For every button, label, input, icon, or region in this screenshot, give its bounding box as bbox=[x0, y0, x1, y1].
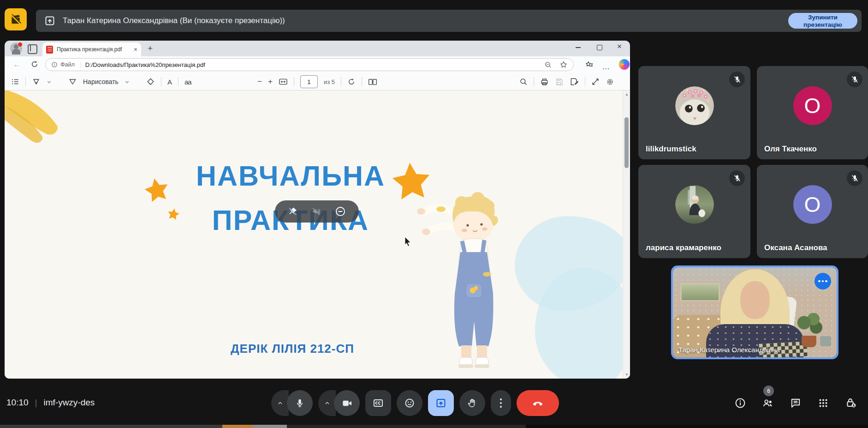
people-icon[interactable] bbox=[762, 397, 774, 409]
unpin-icon[interactable] bbox=[288, 206, 298, 217]
participant-tile-lilikdrumstick[interactable]: lilikdrumstick bbox=[638, 66, 750, 159]
wall-picture bbox=[680, 283, 720, 301]
translate-icon[interactable]: аа bbox=[184, 78, 191, 86]
draw-pen-icon[interactable] bbox=[68, 78, 77, 86]
copilot-icon[interactable] bbox=[619, 59, 630, 70]
self-name-label: Таран Катерина Олександрівна bbox=[678, 346, 780, 354]
meeting-code: imf-ywzy-des bbox=[43, 398, 95, 408]
draw-label[interactable]: Нарисовать bbox=[83, 78, 119, 85]
participants-count-badge: 6 bbox=[763, 386, 774, 396]
window-close-button[interactable]: × bbox=[617, 42, 622, 51]
clock-time: 10:10 bbox=[6, 398, 29, 408]
zoom-out-icon[interactable]: − bbox=[257, 77, 262, 86]
url-scheme-label: Файл bbox=[60, 61, 75, 68]
pdf-toolbar: Нарисовать A аа − + из 5 bbox=[5, 73, 630, 90]
taskbar-segment bbox=[0, 425, 222, 428]
read-aloud-icon[interactable]: A bbox=[167, 78, 172, 86]
self-view-options-button[interactable] bbox=[814, 273, 831, 289]
minimize-overlay-icon[interactable] bbox=[335, 206, 346, 217]
browser-menu-icon[interactable]: … bbox=[602, 63, 610, 71]
chevron-down-icon[interactable] bbox=[47, 79, 52, 84]
eraser-icon[interactable] bbox=[146, 78, 155, 86]
highlighter-icon[interactable] bbox=[32, 78, 41, 86]
more-options-button[interactable] bbox=[491, 390, 511, 416]
self-video: Таран Катерина Олександрівна bbox=[673, 267, 837, 357]
browser-profile-avatar[interactable] bbox=[10, 42, 22, 54]
print-icon[interactable] bbox=[540, 78, 549, 86]
tab-close-icon[interactable]: × bbox=[134, 46, 137, 53]
fullscreen-icon[interactable] bbox=[591, 78, 600, 86]
save-as-icon[interactable] bbox=[570, 77, 579, 86]
zoom-out-page-icon[interactable] bbox=[544, 61, 552, 69]
window-maximize-button[interactable] bbox=[597, 45, 602, 50]
participant-tile-oksana-asanova[interactable]: O Оксана Асанова bbox=[757, 165, 868, 258]
scroll-down-icon[interactable]: ▼ bbox=[623, 373, 630, 377]
participant-name: Оля Ткаченко bbox=[764, 145, 817, 154]
end-call-button[interactable] bbox=[517, 390, 559, 416]
clapperboard-off-icon bbox=[10, 13, 22, 25]
person-face bbox=[740, 281, 770, 319]
present-button-active[interactable] bbox=[428, 390, 454, 416]
chevron-down-icon[interactable] bbox=[125, 79, 130, 84]
audio-off-icon[interactable] bbox=[311, 206, 321, 217]
gear-icon[interactable] bbox=[606, 78, 614, 86]
camera-button[interactable] bbox=[334, 390, 360, 416]
taskbar-segment bbox=[287, 425, 526, 428]
browser-tab-strip: Практика презентація.pdf × + × bbox=[5, 41, 630, 56]
share-preview-overlay bbox=[275, 200, 359, 223]
table-of-contents-icon[interactable] bbox=[11, 78, 19, 86]
zoom-in-icon[interactable]: + bbox=[268, 77, 273, 86]
browser-address-row: ← Файл D:/Downloads/Практика%20презентац… bbox=[5, 56, 630, 73]
avatar-initial: O bbox=[793, 86, 832, 125]
stop-presentation-button[interactable]: Зупинити презентацію bbox=[788, 13, 857, 29]
apps-grid-icon[interactable] bbox=[817, 397, 829, 409]
search-icon[interactable] bbox=[519, 78, 528, 86]
plant-leaves bbox=[796, 313, 823, 337]
profile-head-icon bbox=[14, 44, 18, 49]
slide-subtitle: ДЕРІК ЛІЛІЯ 212-СП bbox=[200, 342, 385, 356]
back-button[interactable]: ← bbox=[13, 60, 22, 69]
page-number-input[interactable] bbox=[300, 75, 318, 88]
page-view-icon[interactable] bbox=[368, 78, 377, 86]
reactions-button[interactable] bbox=[397, 390, 422, 416]
page-info-icon[interactable] bbox=[51, 61, 58, 68]
participant-tile-larysa-kramarenko[interactable]: лариса крамаренко bbox=[638, 165, 750, 258]
chat-icon[interactable] bbox=[790, 397, 802, 409]
recording-off-button[interactable] bbox=[5, 8, 27, 30]
scroll-up-icon[interactable]: ▲ bbox=[623, 92, 630, 96]
refresh-button[interactable] bbox=[30, 60, 40, 69]
tab-pdf[interactable]: Практика презентація.pdf × bbox=[42, 42, 141, 56]
page-total-label: из 5 bbox=[324, 78, 335, 85]
captions-button[interactable] bbox=[365, 390, 391, 416]
favorites-list-icon[interactable] bbox=[585, 60, 594, 69]
divider: | bbox=[35, 398, 37, 408]
shared-browser-window: Практика презентація.pdf × + × ← Файл D:… bbox=[5, 41, 630, 379]
taskbar-active-app bbox=[222, 425, 253, 428]
raise-hand-button[interactable] bbox=[459, 390, 485, 416]
call-controls bbox=[271, 390, 559, 416]
plant-pot bbox=[802, 336, 816, 347]
new-tab-button[interactable]: + bbox=[148, 44, 153, 53]
info-icon[interactable] bbox=[734, 397, 746, 409]
workspaces-icon[interactable] bbox=[28, 44, 37, 54]
camera-options-chevron[interactable] bbox=[318, 390, 336, 416]
favorite-star-icon[interactable] bbox=[559, 60, 568, 69]
window-minimize-button[interactable] bbox=[576, 47, 581, 48]
avatar bbox=[675, 86, 714, 125]
slide-title-line1: НАВЧАЛЬНА bbox=[138, 160, 443, 192]
self-view-tile[interactable]: Таран Катерина Олександрівна bbox=[671, 265, 838, 359]
address-bar[interactable]: Файл D:/Downloads/Практика%20презентація… bbox=[45, 58, 574, 71]
mic-button[interactable] bbox=[287, 390, 313, 416]
pdf-scrollbar[interactable]: ▲ ▼ bbox=[623, 90, 630, 379]
pdf-slide-content: НАВЧАЛЬНА ПРАКТИКА bbox=[5, 90, 623, 379]
mic-control-group bbox=[271, 390, 313, 416]
rotate-icon[interactable] bbox=[347, 78, 356, 86]
presenter-label: Таран Катерина Олександрівна (Ви (показу… bbox=[63, 16, 285, 25]
mic-options-chevron[interactable] bbox=[271, 390, 289, 416]
save-icon-disabled[interactable] bbox=[555, 78, 564, 86]
participant-tile-olya-tkachenko[interactable]: O Оля Ткаченко bbox=[757, 66, 868, 159]
host-controls-lock-icon[interactable] bbox=[845, 397, 857, 409]
taskbar-sliver bbox=[0, 425, 868, 428]
fit-to-width-icon[interactable] bbox=[279, 78, 288, 85]
scrollbar-thumb[interactable] bbox=[624, 117, 629, 168]
